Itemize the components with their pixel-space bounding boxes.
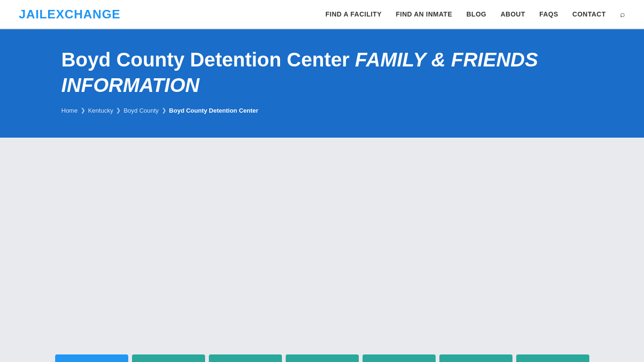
page-title: Boyd County Detention Center FAMILY & FR… [61,48,583,98]
breadcrumb-home[interactable]: Home [61,107,78,114]
title-italic: FAMILY & FRIENDS [355,49,538,71]
breadcrumb-current: Boyd County Detention Center [169,107,258,114]
btn-inmate-bail[interactable]: Inmate Bail [439,354,512,362]
breadcrumb: Home ❯ Kentucky ❯ Boyd County ❯ Boyd Cou… [61,107,583,114]
button-row-1: Jail Info Visit Inmate Inmate Mail Inmat… [61,354,583,362]
btn-inmate-phone[interactable]: Inmate Phone [286,354,359,362]
breadcrumb-boyd-county[interactable]: Boyd County [124,107,158,114]
breadcrumb-kentucky[interactable]: Kentucky [88,107,113,114]
nav-faqs[interactable]: FAQs [539,10,558,18]
hero-section: Boyd County Detention Center FAMILY & FR… [0,29,644,138]
nav-about[interactable]: ABOUT [501,10,525,18]
header: JAILEXCHANGE FIND A FACILITY FIND AN INM… [0,0,644,29]
main-nav: FIND A FACILITY FIND AN INMATE BLOG ABOU… [325,9,625,19]
nav-blog[interactable]: BLOG [466,10,486,18]
breadcrumb-sep-2: ❯ [116,107,121,114]
nav-find-facility[interactable]: FIND A FACILITY [325,10,381,18]
ad-area [0,147,644,251]
logo[interactable]: JAILEXCHANGE [19,7,121,22]
btn-visit-inmate[interactable]: Visit Inmate [132,354,205,362]
btn-inmate-mail[interactable]: Inmate Mail [209,354,282,362]
title-subtitle: INFORMATION [61,74,583,97]
breadcrumb-sep-1: ❯ [81,107,85,114]
logo-part1: JAIL [19,7,47,21]
content-area: Jail Info Visit Inmate Inmate Mail Inmat… [0,138,644,362]
btn-inmate-search[interactable]: Inmate Search [516,354,589,362]
title-main: Boyd County Detention Center [61,49,349,71]
btn-jail-info[interactable]: Jail Info [55,354,128,362]
btn-send-money[interactable]: Send Money [363,354,436,362]
nav-find-inmate[interactable]: FIND AN INMATE [396,10,452,18]
breadcrumb-sep-3: ❯ [162,107,166,114]
search-icon[interactable]: ⌕ [620,9,625,19]
button-grid: Jail Info Visit Inmate Inmate Mail Inmat… [0,345,644,362]
logo-part2: EXCHANGE [47,7,120,21]
nav-contact[interactable]: CONTACT [572,10,606,18]
